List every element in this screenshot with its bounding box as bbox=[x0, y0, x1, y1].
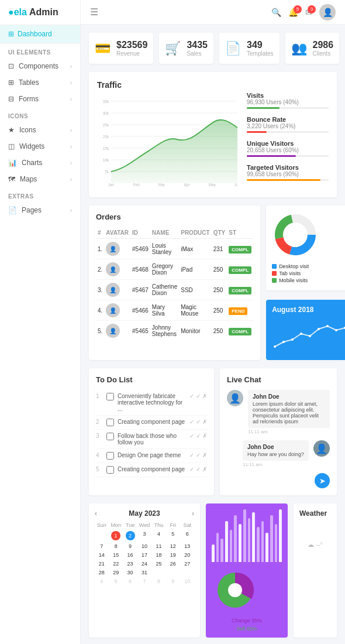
sidebar-item-tables[interactable]: ⊞ Tables › bbox=[0, 74, 80, 91]
todo-checkbox[interactable] bbox=[106, 466, 114, 474]
donut-chart bbox=[272, 211, 319, 258]
cal-cell[interactable]: 10 bbox=[181, 577, 194, 585]
cal-label-thu: Thu bbox=[152, 521, 165, 529]
bar bbox=[225, 521, 228, 562]
bounce-value: 3,220 Users (24%) bbox=[247, 123, 329, 129]
charts-label: Charts bbox=[22, 159, 42, 167]
cell-name: Johnny Stephens bbox=[150, 321, 179, 341]
cal-cell[interactable]: 9 bbox=[166, 577, 180, 585]
cal-cell[interactable] bbox=[166, 568, 180, 577]
traffic-chart-svg: 35k 30k 25k 20k 15k 10k 5k Jan Feb Mar A… bbox=[97, 95, 237, 189]
components-label: Components bbox=[19, 62, 58, 70]
cal-cell[interactable]: 25 bbox=[152, 560, 165, 568]
todo-item: 5 Creating component page ✓ ✓ ✗ bbox=[96, 463, 207, 477]
cal-cell[interactable]: 19 bbox=[166, 551, 180, 559]
cal-cell[interactable]: 6 bbox=[181, 530, 194, 542]
cal-cell[interactable]: 8 bbox=[152, 577, 165, 585]
cal-cell[interactable]: 31 bbox=[137, 568, 151, 577]
cal-cell[interactable]: 24 bbox=[137, 560, 151, 568]
weather-title: Weather bbox=[299, 509, 331, 518]
cal-cell[interactable] bbox=[181, 568, 194, 577]
pie-chart-svg bbox=[212, 567, 258, 614]
todo-checkbox[interactable] bbox=[106, 433, 114, 440]
table-row: 5. 👤 #5465 Johnny Stephens Monitor 250 C… bbox=[96, 321, 253, 341]
bar bbox=[275, 524, 278, 562]
cal-cell[interactable]: 14 bbox=[95, 551, 108, 559]
sidebar-item-pages[interactable]: 📄 Pages › bbox=[0, 202, 80, 218]
cal-cell[interactable]: 7 bbox=[137, 577, 151, 585]
sidebar-item-charts[interactable]: 📊 Charts › bbox=[0, 155, 80, 171]
col-status: ST bbox=[227, 227, 253, 239]
cal-cell[interactable]: 5 bbox=[109, 577, 122, 585]
cal-cell[interactable]: 1 bbox=[109, 530, 122, 542]
sidebar-item-forms[interactable]: ⊟ Forms › bbox=[0, 91, 80, 107]
cal-cell[interactable] bbox=[152, 568, 165, 577]
cal-cell[interactable]: 7 bbox=[95, 542, 108, 550]
todo-checkbox[interactable] bbox=[106, 419, 114, 426]
cal-cell[interactable]: 27 bbox=[181, 560, 194, 568]
cal-cell[interactable]: 20 bbox=[181, 551, 194, 559]
cal-cell[interactable]: 12 bbox=[166, 542, 180, 550]
cal-label-fri: Fri bbox=[166, 521, 180, 529]
traffic-title: Traffic bbox=[97, 80, 237, 90]
stat-sales: 🛒 3435 Sales bbox=[159, 33, 213, 64]
cal-cell[interactable]: 23 bbox=[123, 560, 137, 568]
cell-product: Monitor bbox=[179, 321, 211, 341]
todo-checkbox[interactable] bbox=[106, 452, 114, 460]
svg-point-24 bbox=[274, 345, 276, 348]
user-avatar[interactable]: 👤 bbox=[319, 4, 336, 20]
cell-num: 4. bbox=[96, 300, 104, 321]
search-icon[interactable]: 🔍 bbox=[271, 8, 281, 17]
cal-cell[interactable] bbox=[95, 530, 108, 542]
cal-cell[interactable]: 18 bbox=[152, 551, 165, 559]
chat-send-button[interactable]: ➤ bbox=[315, 473, 330, 488]
cal-cell[interactable]: 10 bbox=[137, 542, 151, 550]
cal-cell[interactable]: 15 bbox=[109, 551, 122, 559]
bell-icon[interactable]: 🔔5 bbox=[288, 8, 298, 17]
cal-cell[interactable]: 3 bbox=[137, 530, 151, 542]
svg-text:20k: 20k bbox=[103, 133, 109, 139]
revenue-label: Revenue bbox=[116, 50, 147, 57]
todo-card: To Do List 1 Conveniently fabricate inte… bbox=[89, 368, 214, 495]
logo-admin: Admin bbox=[29, 7, 58, 18]
table-row: 3. 👤 #5467 Catherine Dixon SSD 250 COMPL bbox=[96, 280, 253, 300]
cal-cell[interactable]: 28 bbox=[95, 568, 108, 577]
cal-cell[interactable]: 2 bbox=[123, 530, 137, 542]
cal-cell[interactable]: 9 bbox=[123, 542, 137, 550]
maps-icon: 🗺 bbox=[8, 175, 15, 183]
sidebar-dashboard-item[interactable]: ⊞ Dashboard bbox=[0, 25, 80, 43]
hamburger-menu[interactable]: ☰ bbox=[90, 6, 98, 18]
dashboard-icon: ⊞ bbox=[8, 30, 14, 38]
sidebar-item-components[interactable]: ⊡ Components › bbox=[0, 58, 80, 74]
cal-cell[interactable]: 30 bbox=[123, 568, 137, 577]
cal-cell[interactable]: 17 bbox=[137, 551, 151, 559]
cal-cell[interactable]: 16 bbox=[123, 551, 137, 559]
sidebar-item-maps[interactable]: 🗺 Maps › bbox=[0, 171, 80, 187]
sidebar-item-icons[interactable]: ★ Icons › bbox=[0, 122, 80, 138]
todo-checkbox[interactable] bbox=[106, 393, 114, 400]
todo-text: Conveniently fabricate interactive techn… bbox=[118, 393, 186, 412]
cal-cell[interactable]: 13 bbox=[181, 542, 194, 550]
calendar-title: May 2023 bbox=[129, 509, 160, 518]
charts-icon: 📊 bbox=[8, 159, 17, 167]
sidebar-item-widgets[interactable]: ◫ Widgets › bbox=[0, 138, 80, 155]
todo-item: 1 Conveniently fabricate interactive tec… bbox=[96, 390, 207, 416]
cal-label-sat: Sat bbox=[181, 521, 194, 529]
calendar-prev[interactable]: ‹ bbox=[95, 509, 97, 518]
cal-cell[interactable]: 26 bbox=[166, 560, 180, 568]
cal-cell[interactable]: 6 bbox=[123, 577, 137, 585]
cal-cell[interactable]: 22 bbox=[109, 560, 122, 568]
calendar-next[interactable]: › bbox=[192, 509, 194, 518]
cal-cell[interactable]: 21 bbox=[95, 560, 108, 568]
cell-num: 5. bbox=[96, 321, 104, 341]
cal-cell[interactable]: 4 bbox=[152, 530, 165, 542]
cell-num: 2. bbox=[96, 259, 104, 280]
cal-cell[interactable]: 4 bbox=[95, 577, 108, 585]
cal-cell[interactable]: 11 bbox=[152, 542, 165, 550]
dashboard-label: Dashboard bbox=[18, 30, 52, 38]
cal-cell[interactable]: 8 bbox=[109, 542, 122, 550]
traffic-chart-area: 35k 30k 25k 20k 15k 10k 5k Jan Feb Mar A… bbox=[97, 95, 237, 189]
mail-icon[interactable]: ✉3 bbox=[305, 8, 312, 17]
cal-cell[interactable]: 29 bbox=[109, 568, 122, 577]
cal-cell[interactable]: 5 bbox=[166, 530, 180, 542]
